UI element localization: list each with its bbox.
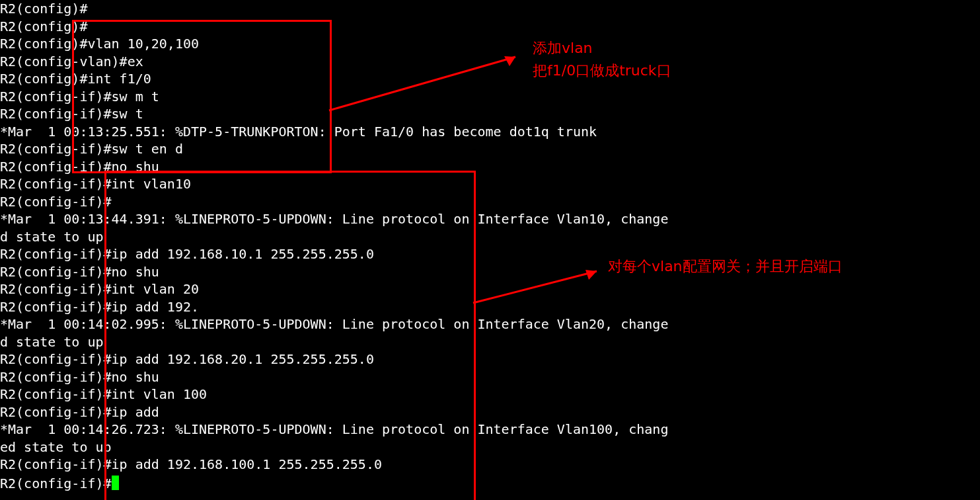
svg-line-2 — [473, 271, 597, 303]
annotation-1-line1: 添加vlan — [533, 38, 593, 58]
annotation-2: 对每个vlan配置网关；并且开启端口 — [608, 257, 843, 276]
svg-marker-3 — [585, 270, 597, 280]
annotation-1-line2: 把f1/0口做成truck口 — [533, 61, 671, 81]
arrow-2 — [0, 0, 980, 500]
